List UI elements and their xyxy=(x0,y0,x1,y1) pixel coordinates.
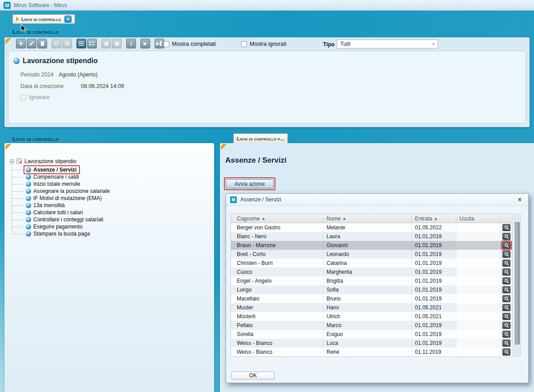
tree-item[interactable]: Calcolare tutti i salari xyxy=(25,209,111,216)
info-button[interactable]: i xyxy=(126,39,136,48)
table-row[interactable]: Breit - CortoLeonardo01.01.2019 xyxy=(231,250,512,259)
cell-uscita xyxy=(456,321,501,330)
cell-uscita xyxy=(456,285,501,294)
magnifier-button[interactable] xyxy=(502,251,510,258)
tree-item[interactable]: Assegnare la posizione salariale xyxy=(25,188,111,195)
cell-uscita xyxy=(456,223,501,232)
magnifier-button[interactable] xyxy=(502,331,510,338)
magnifier-button[interactable] xyxy=(502,322,510,329)
tab-close-button[interactable]: × xyxy=(64,16,72,23)
magnifier-button[interactable] xyxy=(502,260,510,267)
tree-item[interactable]: Assenze / Servizi xyxy=(25,166,111,173)
run-to-end-button[interactable]: ▶▌ xyxy=(155,39,164,48)
table-row[interactable]: Weiss - BiancoLuca01.01.2019 xyxy=(231,339,512,348)
column-header-cognome[interactable]: Cognome▲ xyxy=(231,214,323,223)
cell-nome: Luca xyxy=(323,339,412,348)
tree-item[interactable]: IF Motivi di mutazione (EMA) xyxy=(25,195,111,202)
tree-item-inner: Stampare la busta paga xyxy=(25,231,91,237)
tree-item[interactable]: Stampare la busta paga xyxy=(25,230,111,237)
scrollbar-thumb[interactable] xyxy=(515,222,520,344)
status-sphere-icon xyxy=(26,217,31,222)
show-ignored-checkbox[interactable]: Mostra ignorati xyxy=(241,41,287,47)
magnifier-button[interactable] xyxy=(502,286,510,293)
info-icon: i xyxy=(130,41,132,47)
magnifier-cell xyxy=(501,223,512,232)
panel-corner-fold-icon xyxy=(5,144,11,150)
add-button[interactable]: + xyxy=(16,39,26,48)
tree-item[interactable]: Eseguire pagamento xyxy=(25,223,111,230)
magnifier-cell xyxy=(501,330,512,339)
cell-nome: Ulrich xyxy=(323,312,412,321)
status-sphere-icon xyxy=(26,196,31,201)
table-row[interactable]: Engel - AngeloBrigitta01.01.2019 xyxy=(231,276,512,285)
table-header-row: Cognome▲Nome▲Entrata▲Uscita xyxy=(231,214,512,223)
tab-lista-di-controllo[interactable]: Lista di controllo × xyxy=(12,14,75,24)
dialog-close-button[interactable]: × xyxy=(515,196,524,203)
tab-lista-di-controllo-p[interactable]: Lista di controllo p... xyxy=(233,133,288,143)
tree-collapse-icon[interactable] xyxy=(10,160,14,164)
magnifier-button[interactable] xyxy=(502,242,510,249)
tree-item-inner: Calcolare tutti i salari xyxy=(25,209,84,216)
cell-entrata: 01.05.2021 xyxy=(412,303,456,312)
cell-nome: Hans xyxy=(323,303,412,312)
type-filter-label: Tipo xyxy=(323,41,335,48)
table-row[interactable]: Weiss - BiancoRené01.11.2019 xyxy=(231,348,512,356)
magnifier-icon xyxy=(504,243,509,248)
magnifier-button[interactable] xyxy=(502,224,510,231)
magnifier-cell xyxy=(501,312,512,321)
cell-nome: Marco xyxy=(323,321,412,330)
magnifier-button[interactable] xyxy=(502,340,510,347)
table-row[interactable]: Berger von GastroMelanie01.05.2022 xyxy=(231,223,512,232)
tree-item-inner: IF Motivi di mutazione (EMA) xyxy=(25,195,103,201)
edit-button[interactable] xyxy=(27,39,36,48)
magnifier-button[interactable] xyxy=(502,277,510,284)
checklist-tree: Lavorazione stipendio Assenze / ServiziC… xyxy=(10,157,111,237)
avvia-azione-button[interactable]: Avvia azione xyxy=(226,179,274,188)
magnifier-button[interactable] xyxy=(502,304,510,311)
card-view-button[interactable] xyxy=(87,39,97,48)
tree-item[interactable]: 13a mensilità xyxy=(25,202,111,209)
table-row[interactable]: Blanc - NeroLaura01.01.2019 xyxy=(231,232,512,241)
app-logo-icon: M xyxy=(4,2,11,9)
tree-item[interactable]: Compensare i saldi xyxy=(25,173,111,180)
magnifier-button[interactable] xyxy=(502,295,510,302)
cell-uscita xyxy=(456,276,501,285)
table-row[interactable]: Christen - BurriCatarina01.01.2019 xyxy=(231,259,512,268)
type-filter-select[interactable]: Tutti ▾ xyxy=(337,40,438,48)
type-filter-value: Tutti xyxy=(340,41,351,47)
ok-button[interactable]: OK xyxy=(231,372,275,380)
table-row[interactable]: SorellaEsiguo01.01.2019 xyxy=(231,330,512,339)
created-value: 08.08.2024 14:09 xyxy=(81,83,124,89)
run-button[interactable]: ▶ xyxy=(140,39,150,48)
list-view-button[interactable] xyxy=(76,39,86,48)
cell-uscita xyxy=(456,339,501,348)
delete-button[interactable] xyxy=(37,39,47,48)
checkbox-icon xyxy=(241,41,247,47)
magnifier-button[interactable] xyxy=(502,268,510,276)
table-row[interactable]: MusterHans01.05.2021 xyxy=(231,303,512,312)
show-completed-checkbox[interactable]: Mostra completati xyxy=(163,41,216,47)
cell-entrata: 01.01.2019 xyxy=(412,250,456,259)
magnifier-button[interactable] xyxy=(502,348,510,356)
target-button xyxy=(62,39,72,48)
checklist-item-card[interactable]: Lavorazione stipendio Periodo 2024 Agost… xyxy=(8,51,526,124)
table-row[interactable]: PellaioMarco01.01.2019 xyxy=(231,321,512,330)
main-background: Lista di controllo × Lista di controllo … xyxy=(0,11,534,392)
cell-nome: Leonardo xyxy=(323,250,412,259)
table-row[interactable]: MüsterliUlrich01.05.2021 xyxy=(231,312,512,321)
table-row[interactable]: CuocoMargherita01.01.2019 xyxy=(231,268,512,276)
tree-root[interactable]: Lavorazione stipendio xyxy=(10,157,111,165)
cell-uscita xyxy=(456,259,501,268)
tree-item[interactable]: Controllare i conteggi salariali xyxy=(25,216,111,223)
magnifier-button[interactable] xyxy=(502,313,510,320)
column-header-nome[interactable]: Nome▲ xyxy=(323,214,412,223)
magnifier-button[interactable] xyxy=(502,233,510,240)
tree-item[interactable]: Inizio totale mensile xyxy=(25,180,111,188)
column-header-uscita[interactable]: Uscita xyxy=(456,214,501,223)
table-row[interactable]: LungoSofia01.01.2019 xyxy=(231,285,512,294)
table-row[interactable]: MacellaioBruno01.01.2019 xyxy=(231,294,512,303)
table-row[interactable]: Braun - MarroneGiovanni01.01.2019 xyxy=(231,241,512,250)
table-scrollbar[interactable] xyxy=(514,214,521,356)
column-header-entrata[interactable]: Entrata▲ xyxy=(412,214,456,223)
cell-cognome: Muster xyxy=(231,303,323,312)
